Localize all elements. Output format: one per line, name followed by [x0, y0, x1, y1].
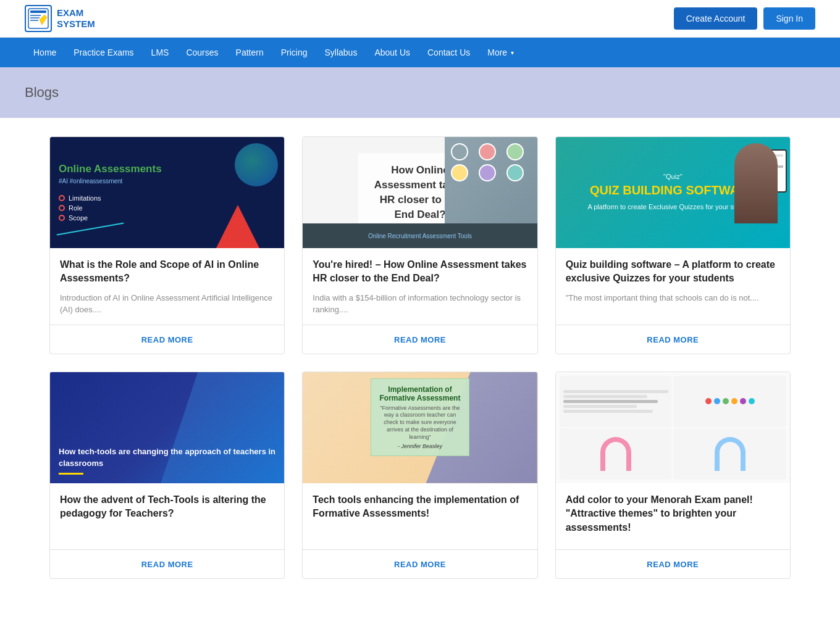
blog-card-6-title: Add color to your Menorah Exam panel! "A…: [566, 493, 780, 534]
oa-subtitle: #AI #onlineassessment: [59, 178, 122, 185]
blog-card-3-image: "Quiz" QUIZ BUILDING SOFTWARE A platform…: [556, 137, 790, 248]
oa-dot-1: [59, 195, 65, 201]
arch-pink: [600, 437, 631, 471]
oa-item-2: Role: [69, 204, 83, 212]
blog-card-4-footer: READ MORE: [50, 549, 284, 578]
oa-dot-2: [59, 205, 65, 211]
blog-card-5-read-more[interactable]: READ MORE: [394, 560, 446, 569]
blog-card-1-excerpt: Introduction of AI in Online Assessment …: [60, 292, 274, 316]
nav-item-lms[interactable]: LMS: [143, 38, 178, 67]
dot-purple: [740, 398, 746, 404]
nav-item-contact[interactable]: Contact Us: [419, 38, 479, 67]
quiz-person: [734, 143, 778, 223]
hr-bottom-text: Online Recruitment Assessment Tools: [368, 233, 472, 239]
quiz-desc: A platform to create Exclusive Quizzes f…: [587, 202, 758, 212]
nav-item-practice-exams[interactable]: Practice Exams: [65, 38, 142, 67]
blog-card-1: Online Assessments #AI #onlineassessment…: [49, 136, 285, 354]
blog-card-2-image: How Online Assessment takes HR closer to…: [303, 137, 537, 248]
blog-card-6-read-more[interactable]: READ MORE: [647, 560, 699, 569]
header: EXAM SYSTEM Create Account Sign In: [0, 0, 840, 38]
menorah-panel-3: [560, 428, 673, 480]
blog-card-2-excerpt: India with a $154-billion of information…: [313, 292, 527, 316]
oa-title: Online Assessments: [59, 163, 162, 175]
blog-card-5-image: Implementation of Formative Assessment "…: [303, 372, 537, 483]
blog-card-2-read-more[interactable]: READ MORE: [394, 335, 446, 344]
menorah-panel-1: [560, 376, 673, 427]
oa-globe: [235, 143, 278, 186]
oa-item-3: Scope: [69, 214, 88, 222]
oa-item-1: Limitations: [69, 194, 101, 202]
logo-icon: [25, 5, 52, 32]
dot-orange: [731, 398, 737, 404]
dot-green: [723, 398, 729, 404]
sign-in-button[interactable]: Sign In: [763, 7, 815, 30]
blog-card-4-read-more[interactable]: READ MORE: [141, 560, 193, 569]
blog-card-2-title: You're hired! – How Online Assessment ta…: [313, 258, 527, 286]
nav-item-more[interactable]: More ▾: [479, 38, 523, 67]
yellow-line: [59, 473, 83, 475]
formative-overlay: Implementation of Formative Assessment "…: [371, 378, 469, 456]
nav-item-pattern[interactable]: Pattern: [227, 38, 272, 67]
blog-card-1-body: What is the Role and Scope of AI in Onli…: [50, 248, 284, 316]
logo-area: EXAM SYSTEM: [25, 5, 95, 32]
dot-blue: [714, 398, 720, 404]
blog-card-2: How Online Assessment takes HR closer to…: [302, 136, 537, 354]
blog-card-1-footer: READ MORE: [50, 325, 284, 354]
blog-card-3-excerpt: "The most important thing that schools c…: [566, 292, 780, 304]
blog-card-3: "Quiz" QUIZ BUILDING SOFTWARE A platform…: [555, 136, 791, 354]
navbar: Home Practice Exams LMS Courses Pattern …: [0, 38, 840, 67]
blog-card-5-body: Tech tools enhancing the implementation …: [303, 483, 537, 541]
quiz-small-label: "Quiz": [663, 173, 682, 180]
blog-card-2-body: You're hired! – How Online Assessment ta…: [303, 248, 537, 316]
arch-blue: [715, 437, 746, 471]
nav-item-about[interactable]: About Us: [366, 38, 419, 67]
blog-card-4: How tech-tools are changing the approach…: [49, 372, 285, 579]
oa-list: Limitations Role Scope: [59, 193, 101, 223]
formative-title: Implementation of Formative Assessment: [377, 385, 463, 402]
blog-card-5-title: Tech tools enhancing the implementation …: [313, 493, 527, 521]
nav-item-pricing[interactable]: Pricing: [272, 38, 316, 67]
blog-card-6-body: Add color to your Menorah Exam panel! "A…: [556, 483, 790, 541]
nav-item-syllabus[interactable]: Syllabus: [316, 38, 366, 67]
menorah-dots: [703, 396, 757, 407]
blog-card-4-image: How tech-tools are changing the approach…: [50, 372, 284, 483]
dot-red: [705, 398, 712, 404]
blog-card-1-read-more[interactable]: READ MORE: [141, 335, 193, 344]
blog-card-6-footer: READ MORE: [556, 549, 790, 578]
oa-dot-3: [59, 215, 65, 221]
tech-overlay-text: How tech-tools are changing the approach…: [59, 446, 275, 474]
blog-card-6: Add color to your Menorah Exam panel! "A…: [555, 372, 791, 579]
dot-cyan: [749, 398, 755, 404]
nav-item-home[interactable]: Home: [25, 38, 65, 67]
menorah-panel-2: [673, 376, 786, 427]
oa-line: [57, 222, 124, 235]
blog-card-5-footer: READ MORE: [303, 549, 537, 578]
oa-triangle: [216, 205, 259, 248]
svg-rect-1: [30, 10, 46, 13]
more-dropdown-arrow: ▾: [511, 49, 514, 56]
page-header: Blogs: [0, 67, 840, 118]
create-account-button[interactable]: Create Account: [674, 7, 758, 30]
blog-card-4-title: How the advent of Tech-Tools is altering…: [60, 493, 274, 521]
blog-card-1-image: Online Assessments #AI #onlineassessment…: [50, 137, 284, 248]
blog-card-3-footer: READ MORE: [556, 325, 790, 354]
quiz-big-label: QUIZ BUILDING SOFTWARE: [590, 183, 756, 198]
blogs-grid: Online Assessments #AI #onlineassessment…: [49, 136, 791, 579]
blog-card-2-footer: READ MORE: [303, 325, 537, 354]
blog-card-1-title: What is the Role and Scope of AI in Onli…: [60, 258, 274, 286]
hr-bottom: Online Recruitment Assessment Tools: [303, 223, 537, 248]
blog-card-3-body: Quiz building software – A platform to c…: [556, 248, 790, 316]
blog-card-4-body: How the advent of Tech-Tools is altering…: [50, 483, 284, 541]
blog-card-6-image: [556, 372, 790, 483]
blog-card-3-read-more[interactable]: READ MORE: [647, 335, 699, 344]
blog-card-3-title: Quiz building software – A platform to c…: [566, 258, 780, 286]
page-title: Blogs: [25, 85, 815, 101]
nav-item-courses[interactable]: Courses: [177, 38, 227, 67]
header-buttons: Create Account Sign In: [674, 7, 815, 30]
logo-text: EXAM SYSTEM: [57, 7, 95, 30]
blog-card-5: Implementation of Formative Assessment "…: [302, 372, 537, 579]
menorah-panel-4: [673, 428, 786, 480]
blogs-section: Online Assessments #AI #onlineassessment…: [0, 118, 840, 604]
